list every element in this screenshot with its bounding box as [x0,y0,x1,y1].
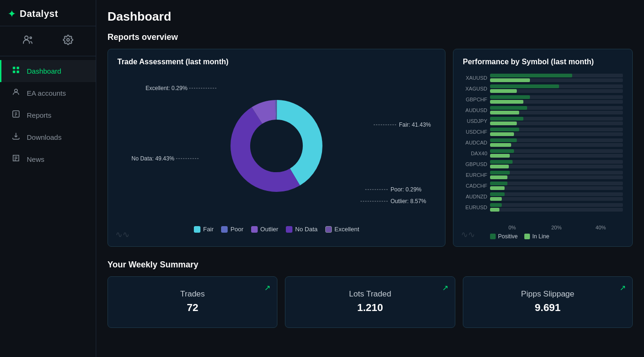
legend-positive-label: Positive [498,233,518,240]
legend-excellent-label: Excellent [335,226,360,233]
legend-nodata: No Data [286,226,318,233]
summary-cards: ↗Trades72↗Lots Traded1.210↗Pipps Slippag… [107,276,633,328]
logo-text: Datalyst [20,8,58,19]
legend-dot-inline [524,234,530,239]
logo-icon: ✦ [8,9,16,19]
bar-group-audnzd [490,192,623,201]
summary-card-link-lots-traded[interactable]: ↗ [442,283,448,292]
bar-group-audcad [490,138,623,147]
bar-group-cadchf [490,182,623,190]
dashboard-icon [11,66,21,76]
summary-card-link-trades[interactable]: ↗ [264,283,270,292]
bar-row-audnzd: AUDNZD [463,192,623,201]
sidebar-item-news[interactable]: News [0,148,96,170]
bar-label-dax40: DAX40 [463,151,487,156]
label-poor: Poor: 0.29% [365,186,422,193]
legend-excellent: Excellent [325,226,360,233]
reports-icon [11,110,21,121]
donut-chart [225,94,328,197]
main-content: Dashboard Reports overview Trade Assessm… [96,0,644,357]
bar-row-eurusd: EURUSD [463,203,623,212]
bar-row-gbpusd: GBPUSD [463,160,623,168]
bar-group-gbpusd [490,160,623,168]
summary-card-label-trades: Trades [180,289,205,299]
bar-label-gbpchf: GBPCHF [463,97,487,102]
bar-label-audcad: AUDCAD [463,140,487,145]
x-label-40: 40% [579,225,623,230]
summary-card-value-lots-traded: 1.210 [357,302,383,314]
label-excellent: Excellent: 0.29% [146,85,217,91]
legend-inline-label: In Line [532,233,549,240]
label-outlier: Outlier: 8.57% [360,198,426,205]
legend-dot-poor [221,226,228,233]
perf-legend: Positive In Line [463,233,623,240]
donut-legend: Fair Poor Outlier No Data Excellent [117,226,436,235]
bar-group-dax40 [490,149,623,158]
news-label: News [27,155,45,163]
perf-symbol-title: Performance by Symbol (last month) [463,58,623,66]
logo-area: ✦ Datalyst [0,0,96,26]
bar-row-audusd: AUDUSD [463,106,623,114]
nodata-label-text: No Data: 49.43% [131,155,174,162]
svg-point-2 [67,38,69,41]
label-nodata: No Data: 49.43% [131,155,199,162]
bar-group-xagusd [490,84,623,93]
bar-row-audcad: AUDCAD [463,138,623,147]
bar-row-cadchf: CADCHF [463,182,623,190]
charts-row: Trade Assessment (last month) [107,49,633,247]
dashboard-label: Dashboard [27,67,61,75]
sidebar-item-dashboard[interactable]: Dashboard [0,60,96,82]
sidebar-item-ea-accounts[interactable]: EA accounts [0,82,96,104]
svg-rect-6 [17,71,19,73]
summary-card-pipps-slippage: ↗Pipps Slippage9.691 [463,276,633,328]
legend-dot-fair [194,226,200,233]
legend-fair: Fair [194,226,214,233]
bar-row-xagusd: XAGUSD [463,84,623,93]
bar-group-usdchf [490,128,623,136]
perf-chart-area: XAUUSDXAGUSDGBPCHFAUDUSDUSDJPYUSDCHFAUDC… [463,71,623,221]
legend-poor-label: Poor [230,226,243,233]
svg-point-1 [30,37,32,39]
legend-dot-excellent [325,226,332,233]
legend-dot-nodata [286,226,292,233]
bar-label-usdjpy: USDJPY [463,118,487,124]
perf-x-axis: 0% 20% 40% [463,225,623,230]
legend-fair-label: Fair [203,226,214,233]
sidebar-item-downloads[interactable]: Downloads [0,126,96,148]
bar-group-xauusd [490,74,623,82]
perf-symbol-card: Performance by Symbol (last month) XAUUS… [453,49,633,247]
reports-overview-title: Reports overview [107,32,633,42]
legend-dot-outlier [251,226,258,233]
summary-card-value-trades: 72 [187,302,198,314]
bar-row-usdchf: USDCHF [463,128,623,136]
legend-poor: Poor [221,226,243,233]
outlier-label-text: Outlier: 8.57% [391,198,426,205]
bar-row-dax40: DAX40 [463,149,623,158]
sidebar-item-reports[interactable]: Reports [0,104,96,126]
legend-outlier-label: Outlier [261,226,278,233]
bar-label-cadchf: CADCHF [463,183,487,189]
bar-row-xauusd: XAUUSD [463,74,623,82]
bar-label-usdchf: USDCHF [463,129,487,135]
settings-icon[interactable] [61,33,75,49]
summary-card-value-pipps-slippage: 9.691 [535,302,560,314]
svg-point-21 [251,120,302,172]
summary-card-link-pipps-slippage[interactable]: ↗ [620,283,626,292]
bar-group-usdjpy [490,117,623,125]
bar-group-audusd [490,106,623,114]
perf-legend-inline: In Line [524,233,549,240]
bar-group-gbpchf [490,95,623,104]
bar-row-eurchf: EURCHF [463,171,623,179]
svg-rect-4 [17,67,19,69]
ea-accounts-icon [11,88,21,99]
bar-label-xagusd: XAGUSD [463,86,487,91]
bar-group-eurchf [490,171,623,179]
bar-label-xauusd: XAUUSD [463,75,487,81]
perf-watermark: ∿∿ [461,229,475,240]
bar-label-gbpusd: GBPUSD [463,161,487,167]
summary-card-label-pipps-slippage: Pipps Slippage [521,289,574,299]
legend-nodata-label: No Data [295,226,318,233]
profile-icon[interactable] [21,33,35,49]
summary-card-trades: ↗Trades72 [107,276,277,328]
downloads-icon [11,132,21,143]
